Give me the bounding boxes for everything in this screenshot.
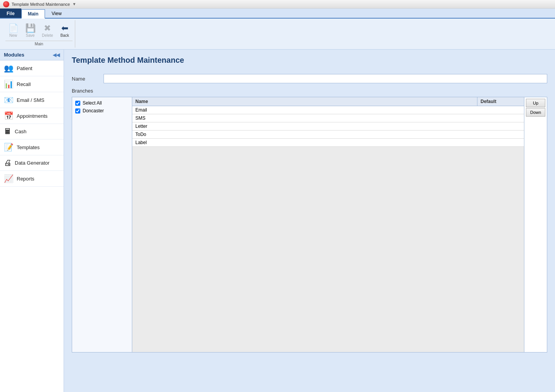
row-default-sms [474,115,521,121]
table-row[interactable]: Letter [132,122,524,131]
toolbar-buttons: 📄 New 💾 Save ✖ Delete ⬅ Back [5,22,73,40]
name-input[interactable] [104,74,547,83]
app-icon [3,1,9,7]
name-label: Name [72,76,99,82]
page-title: Template Method Maintenance [72,56,547,68]
sidebar-item-reports[interactable]: 📈 Reports [0,171,64,187]
patient-icon: 👥 [4,64,14,73]
doncaster-checkbox-label[interactable]: Doncaster [75,108,129,113]
new-icon: 📄 [8,24,19,33]
table-row[interactable]: ToDo [132,131,524,139]
sidebar-item-data-generator[interactable]: 🖨 Data Generator [0,155,64,171]
sidebar-header: Modules ◀◀ [0,50,64,60]
up-down-buttons: Up Down [524,97,547,352]
branches-checklist: Select All Doncaster [72,97,132,352]
back-button[interactable]: ⬅ Back [57,23,73,38]
row-default-label [474,140,521,145]
sidebar-item-reports-label: Reports [17,176,35,182]
cash-icon: 🖩 [4,127,12,136]
sidebar-item-cash[interactable]: 🖩 Cash [0,124,64,139]
select-all-checkbox-label[interactable]: Select All [75,100,129,106]
sidebar-item-templates-label: Templates [17,144,40,150]
sidebar-item-recall[interactable]: 📊 Recall [0,76,64,92]
doncaster-label: Doncaster [83,108,104,113]
delete-label: Delete [42,33,53,38]
table-row[interactable]: Label [132,139,524,147]
templates-icon: 📝 [4,143,14,152]
doncaster-checkbox[interactable] [75,108,80,113]
tab-file[interactable]: File [0,9,21,18]
title-bar: Template Method Maintenance ▼ [0,0,555,9]
sidebar-item-data-generator-label: Data Generator [15,160,50,166]
row-default-letter [474,124,521,129]
sidebar-item-email-sms-label: Email / SMS [17,97,45,103]
recall-icon: 📊 [4,79,14,89]
sidebar-item-cash-label: Cash [15,129,26,134]
save-icon: 💾 [25,24,36,33]
ribbon-tabs: File Main View [0,9,555,19]
branches-section: Branches Select All Doncaster [72,88,547,352]
toolbar-main-group: 📄 New 💾 Save ✖ Delete ⬅ Back Main [3,20,75,48]
title-bar-arrow: ▼ [72,2,76,6]
down-button[interactable]: Down [526,108,545,117]
content-area: Template Method Maintenance Name Branche… [64,50,555,392]
sidebar-item-patient-label: Patient [17,65,32,71]
sidebar-item-appointments[interactable]: 📅 Appointments [0,108,64,124]
tab-main[interactable]: Main [21,9,45,19]
col-default-header: Default [477,97,524,106]
back-icon: ⬅ [61,24,68,33]
branches-label: Branches [72,88,547,94]
row-name-todo: ToDo [135,132,474,137]
sidebar: Modules ◀◀ 👥 Patient 📊 Recall 📧 Email / … [0,50,64,392]
row-name-label: Label [135,140,474,145]
title-bar-text: Template Method Maintenance [12,2,70,7]
name-row: Name [72,74,547,83]
row-name-email: Email [135,107,474,113]
main-layout: Modules ◀◀ 👥 Patient 📊 Recall 📧 Email / … [0,50,555,392]
appointments-icon: 📅 [4,111,14,120]
select-all-checkbox[interactable] [75,101,80,106]
table-row[interactable]: Email [132,106,524,114]
delete-icon: ✖ [44,24,51,33]
col-name-header: Name [132,97,477,106]
up-button[interactable]: Up [526,99,545,107]
new-button[interactable]: 📄 New [5,23,21,38]
sidebar-item-templates[interactable]: 📝 Templates [0,139,64,155]
table-header: Name Default [132,97,524,106]
sidebar-item-recall-label: Recall [17,81,31,87]
form-container: Template Method Maintenance Name Branche… [64,50,555,392]
sidebar-item-appointments-label: Appointments [17,113,48,119]
toolbar: 📄 New 💾 Save ✖ Delete ⬅ Back Main [0,19,555,50]
back-label: Back [61,33,69,38]
reports-icon: 📈 [4,174,14,183]
row-default-todo [474,132,521,137]
email-sms-icon: 📧 [4,95,14,105]
data-generator-icon: 🖨 [4,158,12,167]
row-name-sms: SMS [135,115,474,121]
toolbar-group-label: Main [5,41,73,46]
table-row[interactable]: SMS [132,114,524,122]
select-all-label: Select All [83,100,102,106]
save-button[interactable]: 💾 Save [22,23,38,38]
row-name-letter: Letter [135,124,474,129]
row-default-email [474,107,521,113]
tab-view[interactable]: View [45,9,68,18]
table-body: Email SMS Letter [132,106,524,147]
table-empty-area [132,147,524,352]
sidebar-collapse-button[interactable]: ◀◀ [53,52,60,58]
new-label: New [9,33,17,38]
sidebar-item-patient[interactable]: 👥 Patient [0,60,64,76]
delete-button[interactable]: ✖ Delete [40,23,55,38]
save-label: Save [26,33,35,38]
branches-table: Name Default Email SMS [132,97,524,352]
sidebar-item-email-sms[interactable]: 📧 Email / SMS [0,92,64,108]
modules-title: Modules [4,52,24,58]
